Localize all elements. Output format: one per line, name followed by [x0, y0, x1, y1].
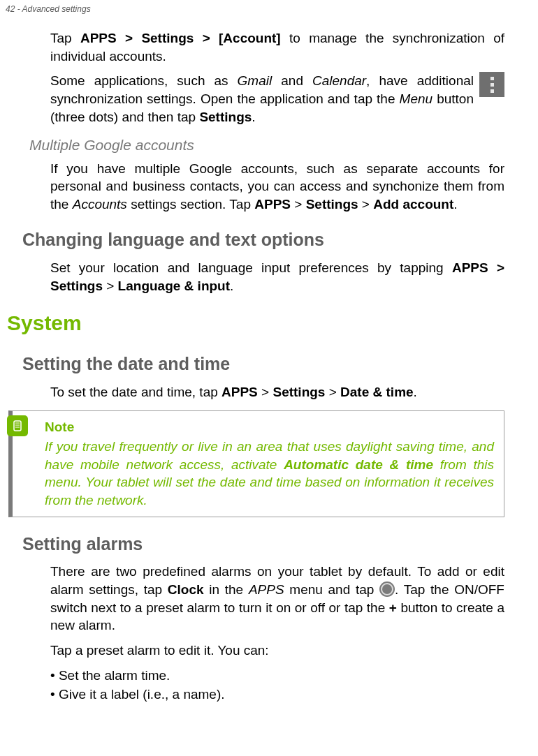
- heading-language: Changing language and text options: [22, 228, 504, 252]
- bold-settings: Settings: [272, 385, 325, 399]
- page-header: 42 - Advanced settings: [0, 0, 538, 14]
- text: .: [414, 385, 417, 399]
- text: and: [272, 73, 312, 88]
- bold-settings: Settings: [306, 197, 358, 212]
- text: >: [258, 385, 273, 399]
- italic-apps: APPS: [249, 582, 284, 597]
- note-icon: [7, 415, 28, 436]
- bullet-alarm-time: • Set the alarm time.: [50, 667, 504, 685]
- heading-system: System: [7, 309, 504, 338]
- text: in the: [204, 582, 249, 597]
- text: Tap: [50, 31, 80, 45]
- paragraph-edit-alarm: Tap a preset alarm to edit it. You can:: [50, 642, 504, 660]
- note-inner: Note If you travel frequently or live in…: [45, 418, 494, 509]
- alarm-clock-icon: [379, 581, 395, 597]
- text: >: [325, 385, 340, 399]
- bold-plus: +: [389, 600, 397, 615]
- italic-accounts: Accounts: [73, 197, 127, 212]
- note-body: If you travel frequently or live in an a…: [45, 438, 494, 510]
- bold-language-input: Language & input: [118, 279, 230, 293]
- text: .: [453, 197, 457, 212]
- heading-alarms: Setting alarms: [22, 533, 504, 556]
- svg-rect-0: [14, 421, 21, 431]
- page-content: Tap APPS > Settings > [Account] to manag…: [0, 14, 538, 704]
- text: .: [230, 279, 233, 293]
- italic-menu: Menu: [400, 91, 433, 106]
- paragraph-date-time: To set the date and time, tap APPS > Set…: [50, 383, 504, 401]
- heading-multiple-google: Multiple Google accounts: [29, 135, 504, 155]
- text: Some applications, such as: [50, 73, 238, 88]
- italic-gmail: Gmail: [238, 73, 272, 88]
- bold-clock: Clock: [168, 582, 204, 597]
- page: 42 - Advanced settings Tap APPS > Settin…: [0, 0, 538, 756]
- path-bold: APPS > Settings > [Account]: [80, 31, 281, 45]
- note-title: Note: [45, 418, 494, 436]
- note-bold-italic: Automatic date & time: [284, 457, 433, 472]
- heading-date-time: Setting the date and time: [22, 353, 504, 376]
- text: menu and tap: [284, 582, 379, 597]
- text: >: [103, 279, 118, 293]
- text: To set the date and time, tap: [50, 385, 221, 399]
- text: Set your location and language input pre…: [50, 260, 452, 275]
- paragraph-sync-account: Tap APPS > Settings > [Account] to manag…: [50, 29, 504, 65]
- paragraph-multi-google: If you have multiple Google accounts, su…: [50, 160, 504, 214]
- italic-calendar: Calendar: [312, 73, 366, 88]
- text: settings section. Tap: [127, 197, 254, 212]
- text: >: [358, 197, 374, 212]
- paragraph-alarms: There are two predefined alarms on your …: [50, 563, 504, 635]
- note-box: Note If you travel frequently or live in…: [8, 410, 504, 517]
- bold-date-time: Date & time: [340, 385, 414, 399]
- text: >: [291, 197, 306, 212]
- bold-apps: APPS: [221, 385, 258, 399]
- bullet-alarm-label: • Give it a label (i.e., a name).: [50, 685, 504, 704]
- bold-add-account: Add account: [373, 197, 453, 212]
- paragraph-language: Set your location and language input pre…: [50, 259, 504, 295]
- menu-icon-dots: [490, 77, 494, 93]
- paragraph-app-sync: Some applications, such as Gmail and Cal…: [50, 72, 504, 126]
- bold-settings: Settings: [199, 110, 252, 124]
- bold-apps: APPS: [254, 197, 291, 212]
- text: .: [252, 110, 255, 124]
- menu-icon: [479, 72, 504, 97]
